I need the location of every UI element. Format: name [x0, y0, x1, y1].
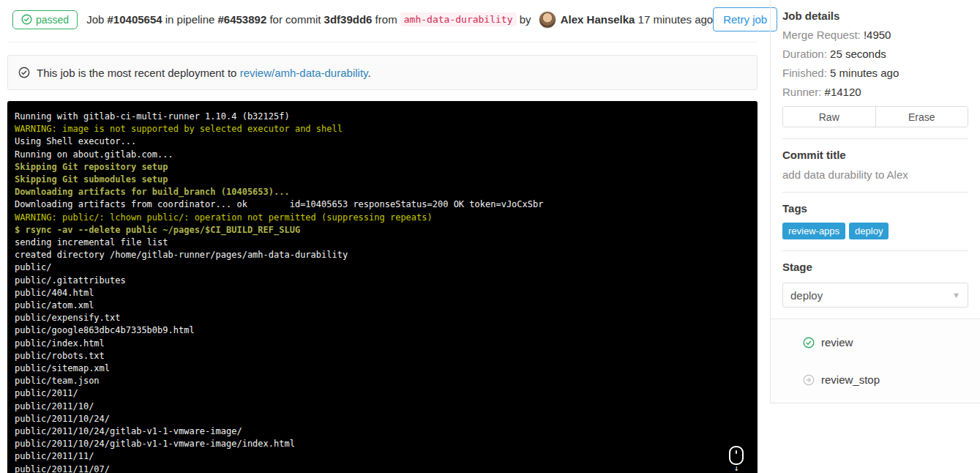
commit-title-text: add data durability to Alex	[782, 168, 968, 181]
log-line: public/2011/10/24/gitlab-v1-1-vmware-ima…	[15, 425, 750, 438]
raw-button[interactable]: Raw	[783, 107, 875, 127]
stage-jobs-list: reviewreview_stop	[771, 319, 980, 403]
pipeline-number-link[interactable]: #6453892	[218, 13, 267, 26]
author-name-link[interactable]: Alex Hanselka	[561, 13, 635, 26]
stage-job-review_stop[interactable]: review_stop	[771, 361, 980, 398]
commit-title-block: Commit title add data durability to Alex	[782, 139, 968, 193]
job-details-title: Job details	[782, 10, 968, 22]
time-ago: 17 minutes ago	[638, 13, 714, 26]
log-line: Downloading artifacts for build_branch (…	[15, 186, 750, 198]
log-line: public/2011/11/	[15, 450, 750, 463]
log-line: sending incremental file list	[15, 236, 750, 249]
log-line: public/404.html	[15, 287, 750, 299]
log-line: Skipping Git repository setup	[15, 161, 750, 174]
log-line: public/index.html	[15, 338, 750, 350]
log-line: public/2011/11/07/	[15, 463, 750, 473]
log-line: $ rsync -av --delete public ~/pages/$CI_…	[15, 224, 750, 236]
stage-block: Stage deploy ▼	[782, 251, 968, 319]
log-line: public/2011/10/24/	[15, 413, 750, 425]
detail-value: #14120	[825, 86, 861, 98]
erase-button[interactable]: Erase	[875, 107, 968, 127]
for-commit-word: for commit	[266, 13, 323, 26]
build-log-lines: Running with gitlab-ci-multi-runner 1.10…	[15, 111, 750, 473]
detail-value: 25 seconds	[830, 48, 886, 60]
log-line: Using Shell executor...	[15, 135, 750, 148]
tag-badge[interactable]: review-apps	[782, 223, 845, 239]
deployment-notice: This job is the most recent deployment t…	[7, 55, 758, 90]
job-number-link[interactable]: #10405654	[108, 13, 162, 26]
log-line: Skipping Git submodules setup	[15, 174, 750, 186]
tags-row: review-appsdeploy	[782, 223, 968, 239]
notice-suffix: .	[367, 67, 370, 79]
stage-heading: Stage	[782, 261, 968, 273]
log-line: public/	[15, 261, 750, 274]
mouse-scroll-icon	[729, 446, 744, 465]
job-header-text: Job #10405654 in pipeline #6453892 for c…	[86, 11, 713, 29]
arrow-right-circle-icon	[803, 374, 815, 386]
tag-badge[interactable]: deploy	[849, 223, 889, 239]
check-circle-icon	[803, 337, 815, 349]
stage-dropdown[interactable]: deploy ▼	[782, 283, 968, 308]
commit-sha-link[interactable]: 3df39dd6	[324, 13, 373, 26]
job-detail-row: Merge Request: !4950	[782, 29, 968, 41]
branch-ref-badge[interactable]: amh-data-durability	[400, 12, 517, 26]
log-line: public/sitemap.xml	[15, 362, 750, 375]
log-line: public/google863dbc4b7335b0b9.html	[15, 324, 750, 337]
tags-heading: Tags	[782, 202, 968, 215]
job-header: passed Job #10405654 in pipeline #645389…	[7, 0, 758, 42]
job-word: Job	[86, 13, 107, 26]
job-page-main: passed Job #10405654 in pipeline #645389…	[7, 0, 758, 473]
by-word: by	[517, 13, 534, 26]
job-sidebar: Job details Merge Request: !4950Duration…	[770, 0, 980, 403]
job-name: review	[821, 336, 853, 349]
log-line: WARNING: image is not supported by selec…	[15, 123, 750, 135]
build-log-terminal[interactable]: Running with gitlab-ci-multi-runner 1.10…	[7, 101, 758, 473]
log-line: public/team.json	[15, 375, 750, 387]
log-line: WARNING: public/: lchown public/: operat…	[15, 212, 750, 224]
arrow-down-icon: ↓	[727, 465, 746, 472]
tags-block: Tags review-appsdeploy	[782, 193, 968, 251]
log-line: public/.gitattributes	[15, 275, 750, 287]
status-badge[interactable]: passed	[12, 10, 78, 29]
log-line: Running on about.gitlab.com...	[15, 149, 750, 161]
stage-selected-value: deploy	[790, 289, 823, 302]
detail-label: Finished:	[782, 67, 830, 79]
log-line: public/2011/	[15, 387, 750, 400]
log-line: public/robots.txt	[15, 350, 750, 362]
job-name: review_stop	[821, 373, 880, 386]
author-avatar[interactable]	[539, 11, 556, 29]
notice-text: This job is the most recent deployment t…	[37, 67, 236, 79]
log-actions-group: Raw Erase	[782, 106, 968, 127]
from-word: from	[372, 13, 400, 26]
check-circle-icon	[18, 67, 30, 78]
log-line: Downloading artifacts from coordinator..…	[15, 198, 750, 211]
log-line: created directory /home/gitlab-runner/pa…	[15, 249, 750, 261]
job-details-block: Job details Merge Request: !4950Duration…	[782, 0, 968, 139]
detail-label: Merge Request:	[782, 29, 864, 41]
job-detail-row: Finished: 5 minutes ago	[782, 67, 968, 79]
status-label: passed	[36, 14, 69, 26]
stage-job-review[interactable]: review	[771, 324, 980, 361]
deployment-notice-text: This job is the most recent deployment t…	[37, 67, 371, 79]
log-line: public/atom.xml	[15, 299, 750, 312]
log-line: Running with gitlab-ci-multi-runner 1.10…	[15, 111, 750, 123]
detail-value: 5 minutes ago	[830, 67, 899, 79]
job-details-rows: Merge Request: !4950Duration: 25 seconds…	[782, 29, 968, 98]
job-detail-row: Runner: #14120	[782, 86, 968, 98]
detail-label: Runner:	[782, 86, 825, 98]
detail-label: Duration:	[782, 48, 830, 60]
commit-title-heading: Commit title	[782, 149, 968, 161]
job-detail-row: Duration: 25 seconds	[782, 48, 968, 60]
scroll-down-indicator[interactable]: ↓	[727, 446, 746, 472]
in-pipeline-word: in pipeline	[162, 13, 218, 26]
check-circle-icon	[21, 14, 32, 25]
retry-job-button[interactable]: Retry job	[713, 7, 777, 31]
log-line: public/2011/10/	[15, 401, 750, 413]
environment-link[interactable]: review/amh-data-durability	[240, 67, 368, 79]
log-line: public/2011/10/24/gitlab-v1-1-vmware-ima…	[15, 438, 750, 450]
chevron-down-icon: ▼	[952, 291, 960, 299]
detail-value: !4950	[864, 29, 891, 41]
log-line: public/expensify.txt	[15, 312, 750, 324]
